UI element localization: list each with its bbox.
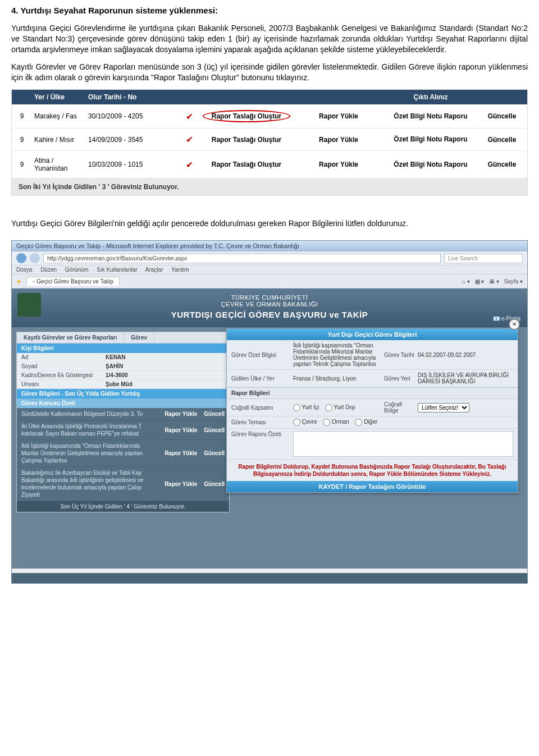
app-banner: TÜRKİYE CUMHURİYETİ ÇEVRE VE ORMAN BAKAN…: [12, 288, 527, 327]
check-icon: ✔: [178, 111, 200, 122]
menu-duzen[interactable]: Düzen: [40, 267, 57, 273]
ozet-bilgi-button[interactable]: Özet Bilgi Notu Raporu: [385, 161, 477, 168]
feeds-icon[interactable]: ▦ ▾: [475, 278, 485, 285]
browser-navbar: http://ydgg.cevreorman.gov.tr/Basvuru/Ki…: [12, 251, 527, 265]
table-row: 9 Atina / Yunanistan 10/03/2009 - 1015 ✔…: [12, 151, 527, 178]
home-icon[interactable]: ⌂ ▾: [462, 278, 470, 285]
banner-text-tc: TÜRKİYE CUMHURİYETİ: [19, 294, 520, 301]
header-yer: Yer / Ülke: [32, 93, 88, 101]
browser-tabbar: ★ ▫ Geçici Görev Başvuru ve Takip ⌂ ▾ ▦ …: [12, 274, 527, 288]
browser-menubar: Dosya Düzen Görünüm Sık Kullanılanlar Ar…: [12, 265, 527, 274]
rapor-yukle-button[interactable]: Rapor Yükle: [165, 450, 197, 457]
guncelle-button[interactable]: Güncell: [204, 450, 225, 457]
mid-paragraph: Yurtdışı Geçici Görev Bilgileri'nin geld…: [11, 218, 528, 229]
warning-text: Rapor Bilgilerini Doldurup, Kaydet Buton…: [227, 460, 518, 481]
forward-icon[interactable]: [30, 253, 40, 263]
left-panel: Kayıtlı Görevler ve Görev Raporları Göre…: [16, 332, 230, 512]
rapor-yukle-button[interactable]: Rapor Yükle: [293, 112, 385, 120]
menu-sik[interactable]: Sık Kullanılanlar: [97, 267, 137, 273]
table-row: 9 Kahire / Mısır 14/09/2009 - 3545 ✔ Rap…: [12, 129, 527, 151]
address-bar[interactable]: http://ydgg.cevreorman.gov.tr/Basvuru/Ki…: [43, 254, 441, 263]
menu-gorunum[interactable]: Görünüm: [65, 267, 89, 273]
rapor-yukle-button[interactable]: Rapor Yükle: [293, 136, 385, 144]
check-icon: ✔: [178, 134, 200, 145]
rapor-taslagi-button[interactable]: Rapor Taslağı Oluştur: [200, 136, 293, 144]
page-menu[interactable]: Sayfa ▾: [504, 278, 523, 285]
favorites-star-icon[interactable]: ★: [16, 278, 21, 285]
menu-araclar[interactable]: Araçlar: [145, 267, 163, 273]
browser-screenshot: Geçici Görev Başvuru ve Takip - Microsof…: [11, 240, 528, 584]
section-heading: 4. Yurtdışı Seyahat Raporunun sisteme yü…: [11, 6, 528, 15]
intro-paragraph-2: Kayıtlı Görevler ve Görev Raporları menü…: [11, 62, 528, 83]
search-input[interactable]: Live Search: [444, 254, 523, 263]
list-item: İki Ülke Arasında İşbirliği Protokolü İm…: [17, 420, 229, 440]
guncelle-button[interactable]: Güncelle: [477, 136, 527, 144]
gorev-konusu-header: Görev Konusu Özeti: [17, 398, 229, 408]
kisi-bilgileri-header: Kişi Bilgileri: [17, 343, 229, 353]
rapor-yukle-button[interactable]: Rapor Yükle: [165, 427, 197, 434]
list-item: İkili İşbirliği kapsamında "Orman Fidanl…: [17, 440, 229, 467]
list-item: Sürdülebilir Kalkınmanın Bölgesel Düzeyd…: [17, 408, 229, 420]
guncelle-button[interactable]: Güncell: [204, 410, 225, 418]
modal-title: Yurt Dışı Geçici Görev Bilgileri: [227, 329, 518, 340]
intro-paragraph-1: Yurtdışına Geçici Görevlendirme ile yurt…: [11, 23, 528, 55]
rapor-taslagi-button[interactable]: Rapor Taslağı Oluştur: [200, 110, 293, 122]
window-title: Geçici Görev Başvuru ve Takip - Microsof…: [12, 241, 527, 251]
banner-main: YURTDIŞI GEÇİCİ GÖREV BAŞVURU ve TAKİP: [19, 310, 520, 319]
rapor-taslagi-button[interactable]: Rapor Taslağı Oluştur: [200, 161, 293, 168]
ozet-bilgi-button[interactable]: Özet Bilgi Notu Raporu: [385, 113, 477, 120]
rapor-yukle-button[interactable]: Rapor Yükle: [165, 480, 197, 488]
page-icon: ▫: [33, 278, 35, 285]
guncelle-button[interactable]: Güncelle: [477, 112, 527, 120]
radio-yurt-ici[interactable]: Yurt İçi: [293, 404, 319, 410]
radio-yurt-disi[interactable]: Yurt Dışı: [325, 404, 355, 410]
guncelle-button[interactable]: Güncell: [204, 427, 225, 434]
guncelle-button[interactable]: Güncelle: [477, 161, 527, 168]
rapor-yukle-button[interactable]: Rapor Yükle: [293, 161, 385, 168]
kaydet-button[interactable]: KAYDET / Rapor Taslağını Görüntüle: [227, 481, 518, 492]
check-icon: ✔: [178, 159, 200, 170]
tab-kayitli-gorevler[interactable]: Kayıtlı Görevler ve Görev Raporları: [17, 332, 124, 343]
gorev-count: Son Üç Yıl İçinde Gidilen ' 4 ' Görevini…: [17, 501, 229, 512]
list-footer: Son İki Yıl İçinde Gidilen ' 3 ' Görevin…: [12, 178, 527, 195]
rapor-yukle-button[interactable]: Rapor Yükle: [165, 410, 197, 418]
table-row: 9 Marakeş / Fas 30/10/2009 - 4205 ✔ Rapo…: [12, 104, 527, 129]
banner-text-bak: ÇEVRE VE ORMAN BAKANLIĞI: [19, 301, 520, 308]
list-item: Bakanlığımız ile Azerbaycan Ekoloji ve T…: [17, 467, 229, 501]
menu-yardim[interactable]: Yardım: [171, 267, 189, 273]
browser-tab[interactable]: ▫ Geçici Görev Başvuru ve Takip: [26, 277, 120, 286]
ministry-logo-icon: [17, 293, 41, 317]
gorev-list-screenshot: Yer / Ülke Olur Tarihi - No Çıktı Alınız…: [11, 89, 528, 196]
radio-cevre[interactable]: Çevre: [293, 419, 317, 425]
close-icon[interactable]: ✕: [509, 319, 520, 330]
tab-gorev[interactable]: Görev: [124, 332, 154, 343]
rapor-bilgileri-header: Rapor Bilgileri: [227, 387, 518, 399]
list-header: Yer / Ülke Olur Tarihi - No Çıktı Alınız: [12, 90, 527, 104]
gorev-bilgileri-header: Görev Bilgileri - Son Üç Yılda Gidilen Y…: [17, 389, 229, 398]
cografi-bolge-select[interactable]: Lütfen Seçiniz!: [418, 403, 469, 413]
rapor-ozet-textarea[interactable]: [293, 431, 513, 457]
gorev-bilgileri-modal: ✕ Yurt Dışı Geçici Görev Bilgileri Görev…: [226, 328, 518, 493]
back-icon[interactable]: [16, 253, 26, 263]
guncelle-button[interactable]: Güncell: [204, 480, 225, 488]
footer-bar: [12, 573, 527, 583]
header-cikti: Çıktı Alınız: [385, 93, 477, 101]
radio-diger[interactable]: Diğer: [355, 419, 377, 425]
header-tarih: Olur Tarihi - No: [88, 93, 178, 101]
radio-orman[interactable]: Orman: [323, 419, 349, 425]
print-icon[interactable]: 🖶 ▾: [489, 278, 499, 285]
menu-dosya[interactable]: Dosya: [16, 267, 32, 273]
ozet-bilgi-button[interactable]: Özet Bilgi Notu Raporu: [385, 136, 477, 143]
